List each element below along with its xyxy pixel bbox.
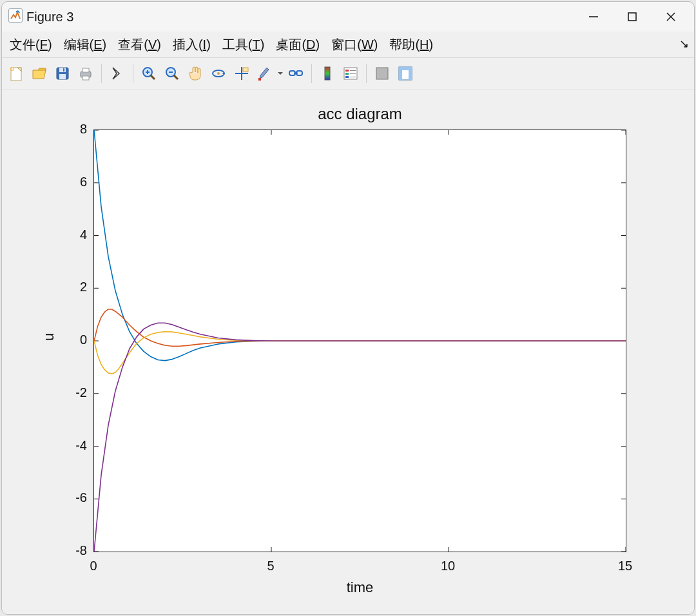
svg-text:-6: -6 bbox=[75, 490, 87, 505]
window-title: Figure 3 bbox=[26, 10, 73, 24]
toolbar: ✶ bbox=[2, 57, 694, 90]
svg-rect-2 bbox=[628, 13, 636, 21]
svg-text:8: 8 bbox=[80, 122, 87, 136]
edit-plot-button[interactable] bbox=[106, 62, 129, 85]
svg-text:-2: -2 bbox=[75, 385, 87, 399]
dock-arrow-icon[interactable]: ↘ bbox=[679, 37, 689, 51]
insert-colorbar-button[interactable] bbox=[316, 62, 339, 85]
svg-rect-14 bbox=[82, 68, 89, 72]
data-cursor-button[interactable] bbox=[230, 62, 253, 85]
svg-rect-0 bbox=[9, 9, 23, 23]
svg-text:2: 2 bbox=[80, 280, 87, 294]
svg-rect-10 bbox=[59, 68, 66, 72]
svg-rect-15 bbox=[82, 76, 89, 80]
svg-rect-32 bbox=[325, 67, 330, 80]
new-figure-button[interactable]: ✶ bbox=[5, 62, 28, 85]
svg-text:0: 0 bbox=[90, 559, 97, 573]
svg-text:✶: ✶ bbox=[10, 66, 15, 72]
figure-window: Figure 3 文件(F) 编辑(E) 查看(V) 插入(I) 工具(T) 桌… bbox=[1, 1, 695, 615]
svg-rect-43 bbox=[399, 70, 402, 80]
menu-file[interactable]: 文件(F) bbox=[5, 34, 59, 56]
svg-point-24 bbox=[217, 72, 220, 75]
axes[interactable] bbox=[93, 130, 626, 552]
close-button[interactable] bbox=[652, 2, 690, 32]
hide-plot-tools-button[interactable] bbox=[371, 62, 394, 85]
menu-tools[interactable]: 工具(T) bbox=[217, 34, 271, 56]
y-ticks: -8-6-4-202468 bbox=[2, 90, 93, 605]
maximize-button[interactable] bbox=[613, 2, 652, 32]
svg-rect-40 bbox=[376, 68, 388, 79]
brush-dropdown[interactable] bbox=[276, 62, 284, 85]
matlab-icon bbox=[8, 8, 23, 25]
svg-rect-36 bbox=[345, 76, 349, 78]
zoom-out-button[interactable] bbox=[160, 62, 184, 85]
plot-svg bbox=[94, 130, 626, 552]
svg-text:5: 5 bbox=[267, 559, 274, 573]
svg-text:15: 15 bbox=[618, 559, 632, 573]
svg-text:6: 6 bbox=[80, 175, 87, 189]
svg-rect-28 bbox=[258, 78, 261, 81]
pan-button[interactable] bbox=[184, 62, 207, 85]
menu-window[interactable]: 窗口(W) bbox=[326, 34, 384, 56]
insert-legend-button[interactable] bbox=[339, 62, 362, 85]
svg-rect-12 bbox=[63, 68, 64, 72]
svg-line-21 bbox=[174, 75, 178, 79]
show-plot-tools-button[interactable] bbox=[394, 62, 417, 85]
svg-text:10: 10 bbox=[441, 559, 455, 573]
svg-rect-44 bbox=[409, 70, 412, 80]
svg-text:4: 4 bbox=[80, 227, 87, 242]
axes-canvas: acc diagram -8-6-4-202468 051015 u time bbox=[2, 90, 694, 614]
menu-insert[interactable]: 插入(I) bbox=[168, 34, 217, 56]
print-button[interactable] bbox=[74, 62, 97, 85]
titlebar[interactable]: Figure 3 bbox=[2, 2, 694, 32]
svg-rect-34 bbox=[345, 70, 349, 72]
menu-desktop[interactable]: 桌面(D) bbox=[271, 34, 326, 56]
svg-text:0: 0 bbox=[80, 332, 87, 347]
menu-help[interactable]: 帮助(H) bbox=[384, 34, 440, 56]
save-button[interactable] bbox=[51, 62, 74, 85]
link-plot-button[interactable] bbox=[284, 62, 307, 85]
zoom-in-button[interactable] bbox=[137, 62, 160, 85]
svg-rect-27 bbox=[243, 68, 248, 72]
minimize-button[interactable] bbox=[574, 2, 613, 32]
svg-rect-11 bbox=[59, 74, 66, 79]
brush-button[interactable] bbox=[253, 62, 276, 85]
rotate3d-button[interactable] bbox=[207, 62, 230, 85]
svg-rect-42 bbox=[399, 67, 412, 70]
menubar: 文件(F) 编辑(E) 查看(V) 插入(I) 工具(T) 桌面(D) 窗口(W… bbox=[2, 32, 694, 57]
svg-text:-4: -4 bbox=[75, 438, 87, 452]
y-axis-label: u bbox=[41, 333, 57, 341]
svg-line-17 bbox=[151, 75, 155, 79]
chart-title: acc diagram bbox=[93, 105, 626, 123]
menu-edit[interactable]: 编辑(E) bbox=[59, 34, 113, 56]
open-button[interactable] bbox=[28, 62, 51, 85]
svg-rect-35 bbox=[345, 73, 349, 75]
x-axis-label: time bbox=[93, 579, 626, 596]
menu-view[interactable]: 查看(V) bbox=[113, 34, 168, 56]
